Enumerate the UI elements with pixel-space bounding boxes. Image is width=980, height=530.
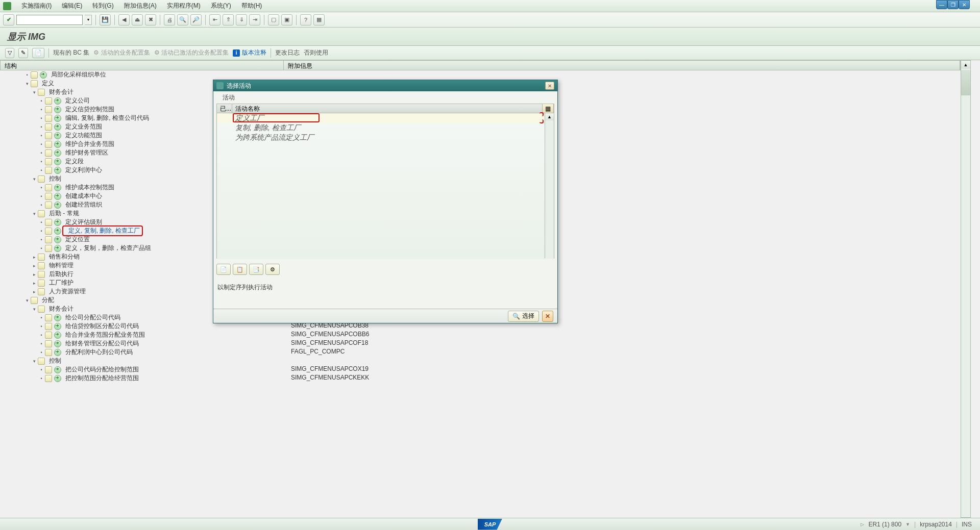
document-icon[interactable] bbox=[45, 132, 52, 139]
tree-expander-icon[interactable]: • bbox=[39, 246, 44, 251]
tree-expander-icon[interactable]: ▾ bbox=[32, 359, 37, 364]
activated-bc-link[interactable]: ⚙ 活动已激活的业务配置集 bbox=[154, 48, 229, 57]
document-icon[interactable] bbox=[45, 141, 52, 148]
dialog-col-name[interactable]: 活动名称 bbox=[232, 104, 543, 113]
execute-icon[interactable] bbox=[54, 366, 61, 373]
execute-icon[interactable] bbox=[54, 149, 61, 157]
document-icon[interactable] bbox=[45, 366, 52, 373]
enter-button[interactable]: ✔ bbox=[3, 14, 14, 26]
find-next-button[interactable]: 🔎 bbox=[190, 14, 202, 26]
other-use-link[interactable]: 否则使用 bbox=[304, 48, 328, 57]
tree-expander-icon[interactable]: • bbox=[39, 229, 44, 234]
tree-expander-icon[interactable]: • bbox=[39, 124, 44, 130]
document-icon[interactable] bbox=[45, 323, 52, 330]
tree-expander-icon[interactable]: • bbox=[39, 237, 44, 242]
document-icon[interactable] bbox=[45, 314, 52, 321]
tree-expander-icon[interactable]: • bbox=[39, 203, 44, 208]
document-icon[interactable] bbox=[45, 115, 52, 122]
dialog-paste-button[interactable]: 📋 bbox=[233, 264, 247, 275]
tree-row[interactable]: •给合并业务范围分配业务范围 bbox=[6, 331, 284, 339]
menu-help[interactable]: 帮助(H) bbox=[241, 2, 262, 10]
execute-icon[interactable] bbox=[54, 106, 61, 113]
document-icon[interactable] bbox=[31, 297, 38, 304]
tree-expander-icon[interactable]: ▸ bbox=[32, 289, 37, 294]
print-button[interactable]: 🖨 bbox=[164, 14, 175, 26]
menu-system[interactable]: 系统(Y) bbox=[211, 2, 231, 10]
document-icon[interactable] bbox=[45, 106, 52, 113]
tree-expander-icon[interactable]: ▾ bbox=[32, 176, 37, 182]
scroll-up-icon[interactable]: ▲ bbox=[545, 113, 554, 120]
document-icon[interactable] bbox=[38, 262, 45, 269]
menu-extra[interactable]: 附加信息(A) bbox=[124, 2, 157, 10]
scroll-up-icon[interactable]: ▲ bbox=[961, 61, 970, 69]
tree-expander-icon[interactable]: • bbox=[39, 133, 44, 138]
tree-expander-icon[interactable]: • bbox=[39, 150, 44, 156]
bc-set-link[interactable]: 现有的 BC 集 bbox=[53, 48, 89, 57]
scroll-thumb[interactable] bbox=[961, 70, 970, 95]
execute-icon[interactable] bbox=[54, 219, 61, 226]
menu-impl-guide[interactable]: 实施指南(I) bbox=[21, 2, 52, 10]
document-icon[interactable] bbox=[38, 175, 45, 183]
dialog-row[interactable]: 为跨系统产品流定义工厂 bbox=[217, 133, 554, 142]
save-button[interactable]: 💾 bbox=[100, 14, 111, 26]
prev-page-button[interactable]: ⇑ bbox=[223, 14, 234, 26]
tree-row[interactable]: •分配利润中心到公司代码 bbox=[6, 348, 284, 357]
document-icon[interactable] bbox=[45, 97, 52, 105]
execute-icon[interactable] bbox=[54, 132, 61, 139]
tree-expander-icon[interactable]: • bbox=[39, 376, 44, 381]
tree-expander-icon[interactable]: • bbox=[39, 159, 44, 164]
document-icon[interactable] bbox=[45, 340, 52, 347]
document-icon[interactable] bbox=[45, 193, 52, 200]
dialog-select-button[interactable]: 🔍 选择 bbox=[508, 311, 539, 322]
help-button[interactable]: ? bbox=[300, 14, 311, 26]
tree-expander-icon[interactable]: • bbox=[39, 333, 44, 338]
dialog-title-bar[interactable]: 选择活动 ✕ bbox=[213, 80, 557, 91]
tree-expander-icon[interactable]: ▾ bbox=[32, 211, 37, 216]
tree-expander-icon[interactable]: ▾ bbox=[24, 298, 30, 303]
document-icon[interactable] bbox=[45, 245, 52, 252]
execute-icon[interactable] bbox=[54, 245, 61, 252]
document-icon[interactable] bbox=[45, 158, 52, 165]
execute-icon[interactable] bbox=[54, 332, 61, 339]
tree-expander-icon[interactable]: • bbox=[39, 98, 44, 104]
execute-icon[interactable] bbox=[54, 97, 61, 105]
document-icon[interactable] bbox=[38, 358, 45, 365]
tree-expander-icon[interactable]: ▸ bbox=[32, 263, 37, 268]
execute-icon[interactable] bbox=[54, 184, 61, 191]
shortcut-button[interactable]: ▣ bbox=[281, 14, 292, 26]
document-icon[interactable] bbox=[45, 236, 52, 243]
execute-icon[interactable] bbox=[54, 158, 61, 165]
tree-expander-icon[interactable]: • bbox=[39, 116, 44, 121]
document-icon[interactable] bbox=[45, 167, 52, 174]
window-close-button[interactable]: ✕ bbox=[959, 0, 970, 9]
tree-expander-icon[interactable]: ▸ bbox=[32, 281, 37, 286]
execute-icon[interactable] bbox=[54, 201, 61, 209]
tree-row[interactable]: ▾控制 bbox=[6, 357, 284, 365]
dialog-doc-button[interactable]: 📑 bbox=[249, 264, 263, 275]
dialog-cancel-button[interactable]: ✕ bbox=[542, 311, 553, 322]
exit-button[interactable]: ⏏ bbox=[132, 14, 143, 26]
tree-row[interactable]: •把控制范围分配给经营范围 bbox=[6, 374, 284, 383]
window-minimize-button[interactable]: — bbox=[936, 0, 947, 9]
execute-icon[interactable] bbox=[54, 228, 61, 235]
document-icon[interactable] bbox=[31, 71, 38, 79]
tree-expander-icon[interactable]: • bbox=[39, 168, 44, 173]
document-icon[interactable] bbox=[38, 280, 45, 287]
tree-expander-icon[interactable]: • bbox=[39, 341, 44, 346]
new-session-button[interactable]: ▢ bbox=[268, 14, 279, 26]
tree-row[interactable]: •局部化采样组织单位 bbox=[6, 70, 284, 79]
tree-expander-icon[interactable]: ▾ bbox=[32, 307, 37, 312]
tree-expander-icon[interactable]: • bbox=[39, 367, 44, 372]
execute-icon[interactable] bbox=[54, 314, 61, 321]
change-log-link[interactable]: 更改日志 bbox=[275, 48, 300, 57]
tree-expander-icon[interactable]: ▸ bbox=[32, 272, 37, 277]
tree-expander-icon[interactable]: • bbox=[39, 220, 44, 225]
tree-expander-icon[interactable]: • bbox=[39, 142, 44, 147]
execute-icon[interactable] bbox=[54, 349, 61, 356]
tree-expander-icon[interactable]: ▾ bbox=[24, 81, 30, 86]
find-button[interactable]: 🔍 bbox=[177, 14, 188, 26]
tree-expander-icon[interactable]: • bbox=[39, 185, 44, 190]
tree-row[interactable]: •给财务管理区分配公司代码 bbox=[6, 339, 284, 348]
back-button[interactable]: ◀ bbox=[118, 14, 130, 26]
command-field[interactable] bbox=[16, 15, 83, 25]
